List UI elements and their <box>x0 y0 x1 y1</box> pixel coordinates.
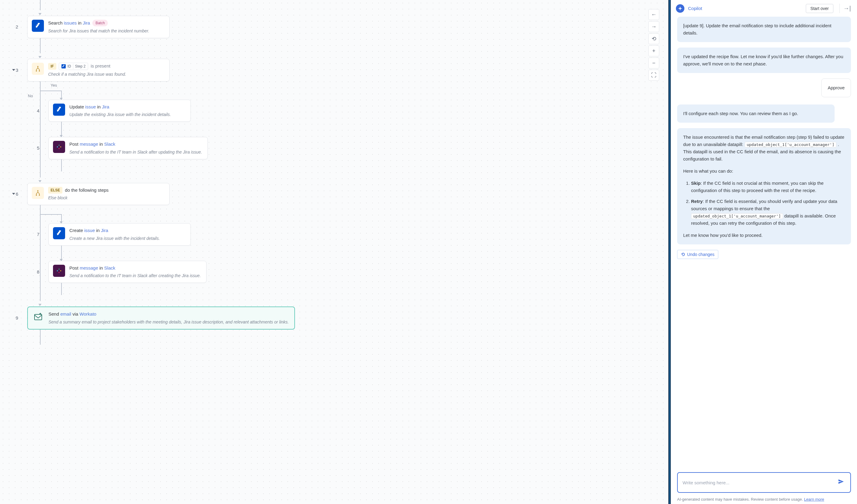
svg-point-1 <box>36 70 37 71</box>
branch-icon <box>32 187 44 199</box>
copilot-message-assistant: The issue encountered is that the email … <box>677 128 851 245</box>
collapse-panel-button[interactable]: →| <box>839 4 852 13</box>
step-card-post-slack-create[interactable]: Post message in Slack Send a notificatio… <box>48 261 206 283</box>
step-description: Else block <box>48 195 164 201</box>
svg-rect-5 <box>58 145 60 146</box>
step-description: Send a notification to the IT team in Sl… <box>69 273 201 279</box>
step-card-update-jira[interactable]: Update issue in Jira Update the existing… <box>48 100 191 122</box>
svg-rect-6 <box>60 146 62 148</box>
connector <box>61 159 668 171</box>
branch-label-yes: Yes <box>51 83 57 87</box>
batch-badge: Batch <box>93 20 108 26</box>
copilot-message-assistant: [update 9]. Update the email notificatio… <box>677 17 851 42</box>
arrow-down-icon <box>38 304 41 306</box>
svg-point-2 <box>39 70 40 71</box>
disclaimer-text: AI-generated content may have mistakes. … <box>671 495 857 504</box>
svg-rect-11 <box>57 270 58 271</box>
arrow-down-icon <box>38 56 41 58</box>
panel-resize-handle[interactable] <box>668 0 671 504</box>
connector <box>61 122 668 137</box>
connector <box>40 171 40 178</box>
chevron-down-icon <box>12 69 15 71</box>
datapill-id-step2[interactable]: ID Step 2 <box>59 63 88 70</box>
step-title-text: Post message in Slack <box>69 141 202 148</box>
slack-icon <box>53 265 65 277</box>
jira-icon <box>53 227 65 239</box>
step-collapse-toggle[interactable]: 3 <box>12 68 18 73</box>
step-card-post-slack-update[interactable]: Post message in Slack Send a notificatio… <box>48 137 208 159</box>
copilot-message-assistant: I'll configure each step now. You can re… <box>677 104 835 123</box>
connector <box>40 295 40 301</box>
recipe-canvas[interactable]: ← → ⟲ + − ⛶ 2 Search issues in J <box>0 0 668 504</box>
arrow-down-icon <box>38 180 41 182</box>
step-number: 7 <box>33 232 39 237</box>
chevron-down-icon <box>12 193 15 195</box>
jira-icon <box>53 104 65 116</box>
svg-point-8 <box>37 190 38 191</box>
step-number: 2 <box>12 24 18 29</box>
condition-text: is present <box>90 63 110 70</box>
connector-branch <box>40 205 67 223</box>
svg-rect-14 <box>58 272 60 273</box>
step-title-text: Create issue in Jira <box>69 227 185 234</box>
step-number: 5 <box>33 146 39 151</box>
connector <box>61 283 668 295</box>
step-description: Send a notification to the IT team in Sl… <box>69 149 202 155</box>
zoom-in-button[interactable]: + <box>648 46 659 56</box>
step-description: Check if a matching Jira issue was found… <box>48 71 164 78</box>
copilot-title: Copilot <box>688 6 802 11</box>
step-number: 4 <box>33 108 39 113</box>
step-description: Update the existing Jira issue with the … <box>69 112 185 118</box>
start-over-button[interactable]: Start over <box>806 4 834 13</box>
step-title-text: Search issues in Jira <box>48 20 90 27</box>
connector <box>40 330 40 345</box>
branch-label-no: No <box>28 94 33 98</box>
step-card-send-email[interactable]: Send email via Workato Send a summary em… <box>27 306 295 330</box>
svg-rect-4 <box>57 146 58 148</box>
connector-branch: Yes No <box>40 82 67 100</box>
step-description: Create a new Jira issue with the inciden… <box>69 235 185 242</box>
step-title-text: Update issue in Jira <box>69 104 185 111</box>
learn-more-link[interactable]: Learn more <box>804 497 824 502</box>
step-card-search-jira[interactable]: Search issues in Jira Batch Search for J… <box>27 16 170 38</box>
step-title-text: do the following steps <box>65 187 108 194</box>
connector <box>40 0 40 10</box>
step-collapse-toggle[interactable]: 6 <box>12 191 18 197</box>
if-tag: IF <box>48 63 56 70</box>
copilot-panel: Copilot Start over →| [update 9]. Update… <box>671 0 857 504</box>
send-icon <box>838 478 844 485</box>
copilot-header: Copilot Start over →| <box>671 0 857 17</box>
step-card-else[interactable]: ELSE do the following steps Else block <box>27 183 170 205</box>
step-card-if-condition[interactable]: IF ID Step 2 is present Check if a match… <box>27 59 170 82</box>
branch-icon <box>32 63 44 75</box>
connector <box>61 246 668 261</box>
copilot-message-assistant: I've updated the recipe flow. Let me kno… <box>677 48 851 73</box>
svg-point-10 <box>39 195 40 195</box>
undo-icon <box>681 252 685 256</box>
step-title-text: Send email via Workato <box>48 311 289 318</box>
step-card-create-jira[interactable]: Create issue in Jira Create a new Jira i… <box>48 223 191 246</box>
code-datapill: updated_object_1['u_account_manager'] <box>691 213 783 219</box>
copilot-message-user[interactable]: Approve <box>821 79 851 97</box>
send-button[interactable] <box>836 478 845 487</box>
svg-rect-13 <box>60 270 62 271</box>
copilot-text-input[interactable] <box>683 480 836 485</box>
svg-rect-15 <box>35 314 42 320</box>
step-description: Search for Jira issues that match the in… <box>48 28 164 34</box>
copilot-input-container <box>677 472 851 493</box>
else-tag: ELSE <box>48 187 62 194</box>
email-icon <box>32 311 44 323</box>
step-title-text: Post message in Slack <box>69 265 201 272</box>
arrow-down-icon <box>38 13 41 15</box>
undo-changes-button[interactable]: Undo changes <box>677 250 718 259</box>
copilot-logo-icon <box>676 4 684 13</box>
slack-icon <box>53 141 65 153</box>
step-description: Send a summary email to project stakehol… <box>48 319 289 325</box>
svg-point-0 <box>37 66 38 67</box>
svg-point-9 <box>36 195 37 195</box>
svg-rect-7 <box>58 148 60 149</box>
svg-rect-12 <box>58 268 60 270</box>
step-number: 9 <box>12 315 18 320</box>
code-datapill: updated_object_1['u_account_manager'] <box>745 142 837 148</box>
jira-icon <box>32 20 44 32</box>
